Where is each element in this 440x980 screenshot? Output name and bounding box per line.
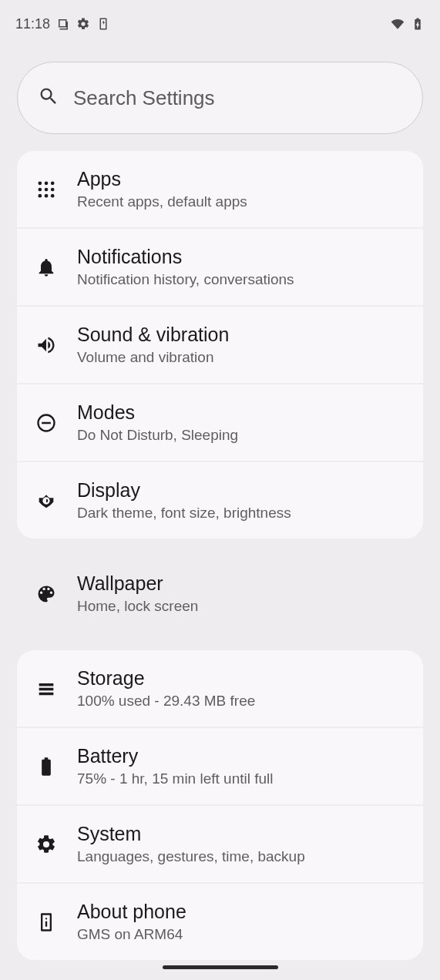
svg-point-7 — [45, 193, 49, 197]
item-title: Wallpaper — [77, 572, 198, 595]
dnd-icon — [34, 411, 59, 435]
brightness-icon — [34, 488, 59, 513]
svg-point-3 — [39, 187, 42, 191]
item-title: Apps — [77, 168, 247, 190]
item-title: System — [77, 823, 305, 845]
settings-item-storage[interactable]: Storage 100% used - 29.43 MB free — [17, 650, 423, 728]
settings-item-notifications[interactable]: Notifications Notification history, conv… — [17, 229, 423, 307]
item-title: Display — [77, 479, 291, 502]
item-title: Storage — [77, 667, 255, 690]
search-icon — [38, 86, 59, 110]
item-subtitle: 75% - 1 hr, 15 min left until full — [77, 770, 274, 787]
gear-icon — [76, 17, 90, 31]
device-icon — [96, 17, 110, 31]
settings-item-sound[interactable]: Sound & vibration Volume and vibration — [17, 307, 423, 384]
storage-icon — [34, 676, 59, 701]
apps-icon — [34, 177, 59, 202]
palette-icon — [34, 582, 59, 606]
settings-item-wallpaper[interactable]: Wallpaper Home, lock screen — [17, 555, 423, 633]
search-settings[interactable]: Search Settings — [17, 62, 423, 134]
wifi-icon — [391, 17, 405, 31]
statusbar: 11:18 — [0, 0, 440, 39]
search-placeholder: Search Settings — [73, 86, 215, 110]
svg-point-8 — [51, 193, 55, 197]
bell-icon — [34, 255, 59, 280]
svg-point-2 — [51, 181, 55, 185]
item-subtitle: Languages, gestures, time, backup — [77, 848, 305, 865]
item-subtitle: 100% used - 29.43 MB free — [77, 693, 255, 710]
battery-charging-icon — [411, 17, 425, 31]
item-subtitle: Recent apps, default apps — [77, 193, 247, 210]
settings-item-display[interactable]: Display Dark theme, font size, brightnes… — [17, 462, 423, 539]
statusbar-time: 11:18 — [15, 16, 50, 32]
phone-info-icon — [34, 910, 59, 935]
item-subtitle: Notification history, conversations — [77, 271, 294, 288]
svg-point-5 — [51, 187, 55, 191]
item-title: Modes — [77, 401, 238, 424]
battery-icon — [34, 754, 59, 779]
svg-point-6 — [39, 193, 42, 197]
item-subtitle: Home, lock screen — [77, 598, 198, 615]
item-title: Sound & vibration — [77, 324, 229, 346]
item-title: Battery — [77, 745, 274, 767]
item-subtitle: GMS on ARM64 — [77, 926, 186, 943]
item-title: About phone — [77, 901, 186, 923]
settings-item-modes[interactable]: Modes Do Not Disturb, Sleeping — [17, 384, 423, 462]
svg-point-0 — [39, 181, 42, 185]
item-subtitle: Do Not Disturb, Sleeping — [77, 427, 238, 444]
svg-point-1 — [45, 181, 49, 185]
settings-item-system[interactable]: System Languages, gestures, time, backup — [17, 806, 423, 884]
gesture-bar[interactable] — [163, 965, 278, 969]
settings-item-battery[interactable]: Battery 75% - 1 hr, 15 min left until fu… — [17, 728, 423, 806]
window-icon — [56, 17, 70, 31]
settings-item-about[interactable]: About phone GMS on ARM64 — [17, 884, 423, 960]
svg-point-4 — [45, 187, 49, 191]
item-title: Notifications — [77, 246, 294, 268]
item-subtitle: Volume and vibration — [77, 349, 229, 366]
item-subtitle: Dark theme, font size, brightness — [77, 505, 291, 522]
gear-icon — [34, 832, 59, 857]
settings-item-apps[interactable]: Apps Recent apps, default apps — [17, 151, 423, 229]
volume-icon — [34, 333, 59, 357]
